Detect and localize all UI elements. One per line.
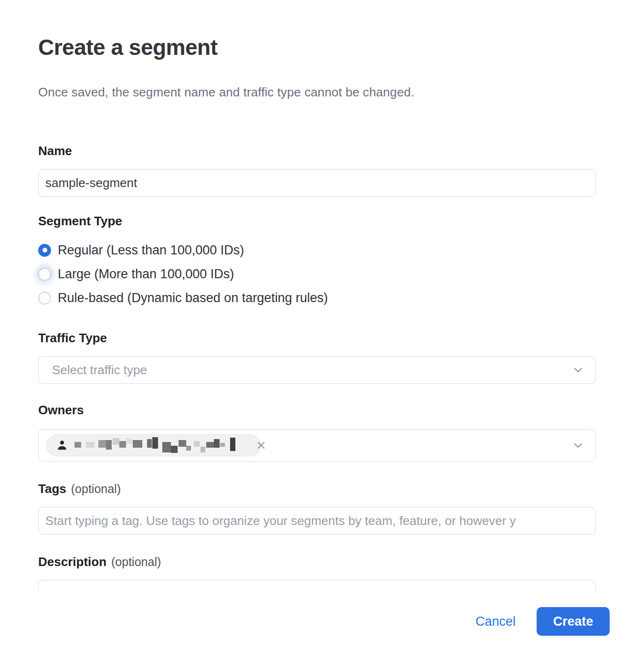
description-textarea[interactable]: [38, 580, 596, 590]
radio-option-large-label: Large (More than 100,000 IDs): [58, 267, 234, 282]
name-label: Name: [38, 144, 596, 158]
segment-type-label: Segment Type: [38, 214, 596, 229]
tags-input[interactable]: [38, 507, 596, 535]
traffic-type-placeholder: Select traffic type: [52, 363, 571, 378]
owners-label: Owners: [38, 403, 596, 418]
chevron-down-icon: [571, 439, 585, 452]
owners-select[interactable]: [38, 429, 596, 462]
traffic-type-select[interactable]: Select traffic type: [38, 356, 596, 384]
page-subtitle: Once saved, the segment name and traffic…: [38, 85, 596, 100]
traffic-type-label: Traffic Type: [38, 331, 596, 346]
radio-button-icon[interactable]: [38, 292, 51, 304]
radio-option-rule-based-label: Rule-based (Dynamic based on targeting r…: [58, 291, 328, 305]
owner-name-redacted: [74, 436, 242, 455]
create-button[interactable]: Create: [537, 607, 610, 636]
owner-chip: [46, 434, 261, 456]
tags-optional-note: (optional): [71, 482, 121, 496]
radio-button-icon[interactable]: [38, 244, 51, 257]
description-label: Description (optional): [38, 555, 596, 569]
traffic-type-label-text: Traffic Type: [38, 331, 107, 346]
tags-label-text: Tags: [38, 482, 66, 496]
segment-type-radio-group: Regular (Less than 100,000 IDs) Large (M…: [38, 238, 596, 310]
chevron-down-icon: [571, 363, 585, 377]
modal-footer: Cancel Create: [476, 607, 610, 636]
description-optional-note: (optional): [111, 555, 161, 569]
owners-label-text: Owners: [38, 403, 84, 418]
description-label-text: Description: [38, 555, 106, 569]
radio-option-regular[interactable]: Regular (Less than 100,000 IDs): [38, 238, 596, 262]
person-icon: [55, 439, 69, 452]
cancel-button[interactable]: Cancel: [476, 614, 516, 629]
radio-button-icon[interactable]: [38, 268, 51, 281]
radio-option-large[interactable]: Large (More than 100,000 IDs): [38, 262, 596, 286]
name-input[interactable]: [38, 169, 596, 197]
create-segment-modal: Create a segment Once saved, the segment…: [38, 0, 596, 590]
close-icon[interactable]: [253, 440, 266, 451]
radio-option-regular-label: Regular (Less than 100,000 IDs): [58, 243, 244, 258]
page-title: Create a segment: [38, 34, 596, 60]
tags-label: Tags (optional): [38, 482, 596, 496]
segment-type-label-text: Segment Type: [38, 214, 122, 229]
name-label-text: Name: [38, 144, 72, 158]
radio-option-rule-based[interactable]: Rule-based (Dynamic based on targeting r…: [38, 286, 596, 310]
